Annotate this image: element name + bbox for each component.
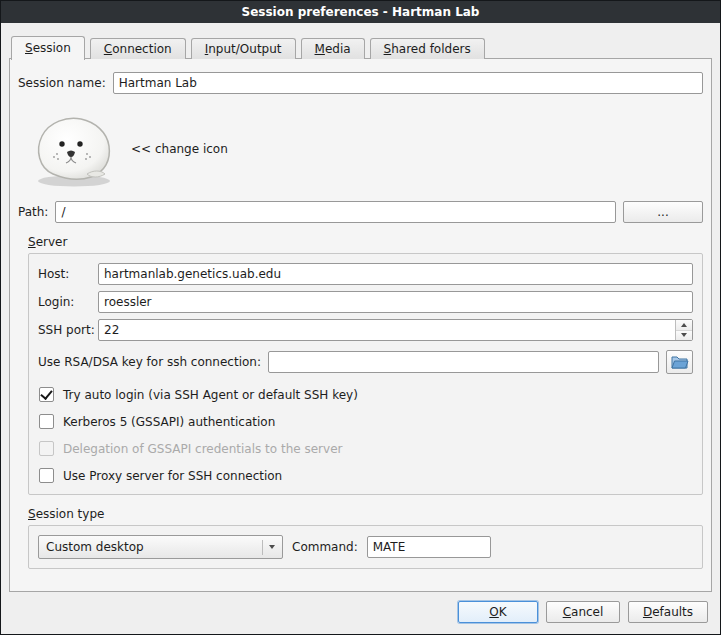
ssh-port-increment-button[interactable]: [676, 320, 692, 330]
proxy-label: Use Proxy server for SSH connection: [63, 469, 282, 483]
checkbox-row-proxy[interactable]: Use Proxy server for SSH connection: [39, 468, 693, 483]
server-group-frame: Host: Login: SSH port:: [28, 253, 703, 495]
rsa-key-label: Use RSA/DSA key for ssh connection:: [38, 355, 261, 369]
titlebar[interactable]: Session preferences - Hartman Lab: [1, 1, 720, 23]
login-input[interactable]: [98, 291, 693, 313]
command-label: Command:: [292, 540, 358, 554]
tab-media[interactable]: Media: [301, 38, 365, 59]
dialog-button-row: OK Cancel Defaults: [9, 601, 712, 623]
checkbox-row-kerberos[interactable]: Kerberos 5 (GSSAPI) authentication: [39, 414, 693, 429]
path-label: Path:: [18, 205, 48, 219]
command-input[interactable]: [367, 536, 491, 558]
session-name-label: Session name:: [18, 76, 106, 90]
server-group: Server Host: Login: SSH port:: [28, 235, 703, 495]
auto-login-label: Try auto login (via SSH Agent or default…: [63, 388, 358, 402]
gssapi-delegation-label: Delegation of GSSAPI credentials to the …: [63, 442, 342, 456]
dialog-body: Session Connection Input/Output Media Sh…: [1, 23, 720, 634]
proxy-checkbox[interactable]: [39, 468, 54, 483]
session-type-group: Session type Custom desktop Command:: [28, 507, 703, 569]
session-type-dropdown[interactable]: Custom desktop: [38, 535, 283, 559]
chevron-up-icon: [681, 323, 687, 327]
ssh-port-spin-buttons: [675, 320, 692, 340]
tab-shared-folders[interactable]: Shared folders: [370, 38, 485, 59]
ok-button[interactable]: OK: [458, 601, 538, 623]
login-label: Login:: [38, 295, 98, 309]
session-seal-icon[interactable]: [29, 110, 117, 188]
rsa-key-browse-button[interactable]: [666, 350, 693, 374]
session-name-input[interactable]: [113, 72, 703, 94]
server-group-title: Server: [28, 235, 67, 249]
change-icon-label: << change icon: [131, 142, 228, 156]
session-tab-panel: Session name:: [9, 58, 712, 592]
session-preferences-dialog: Session preferences - Hartman Lab Sessio…: [0, 0, 721, 635]
chevron-down-icon: [269, 545, 275, 549]
session-type-group-frame: Custom desktop Command:: [28, 525, 703, 569]
gssapi-delegation-checkbox: [39, 441, 54, 456]
window-title: Session preferences - Hartman Lab: [242, 5, 480, 19]
path-browse-button[interactable]: ...: [623, 201, 703, 223]
session-type-group-title: Session type: [28, 507, 104, 521]
session-type-selected: Custom desktop: [46, 540, 258, 554]
folder-open-icon: [671, 354, 689, 370]
ssh-port-stepper: [98, 319, 693, 341]
checkbox-row-auto-login[interactable]: Try auto login (via SSH Agent or default…: [39, 387, 693, 402]
auto-login-checkbox[interactable]: [39, 387, 54, 402]
cancel-button[interactable]: Cancel: [546, 601, 620, 623]
kerberos-label: Kerberos 5 (GSSAPI) authentication: [63, 415, 275, 429]
ssh-port-input[interactable]: [98, 319, 693, 341]
ssh-port-label: SSH port:: [38, 323, 98, 337]
kerberos-checkbox[interactable]: [39, 414, 54, 429]
rsa-key-input[interactable]: [268, 351, 659, 373]
tab-input-output[interactable]: Input/Output: [191, 38, 296, 59]
tab-bar: Session Connection Input/Output Media Sh…: [9, 35, 712, 59]
ssh-port-decrement-button[interactable]: [676, 330, 692, 341]
path-input[interactable]: [55, 201, 616, 223]
host-input[interactable]: [98, 263, 693, 285]
checkbox-row-gssapi-delegation: Delegation of GSSAPI credentials to the …: [39, 441, 693, 456]
dropdown-separator: [262, 540, 263, 555]
defaults-button[interactable]: Defaults: [628, 601, 708, 623]
host-label: Host:: [38, 267, 98, 281]
tab-connection[interactable]: Connection: [90, 38, 186, 59]
tab-session[interactable]: Session: [11, 36, 85, 60]
chevron-down-icon: [681, 333, 687, 337]
